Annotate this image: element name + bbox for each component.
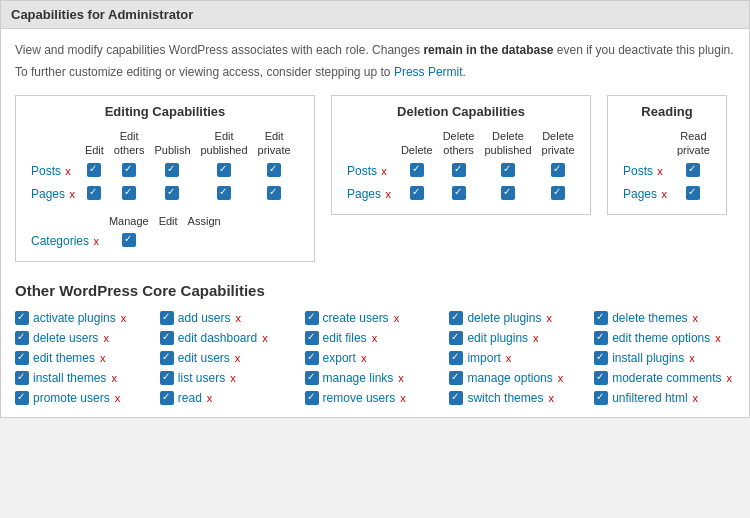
del-pages-link[interactable]: Pages — [347, 187, 381, 201]
checkbox-icon[interactable] — [15, 331, 29, 345]
checkbox-icon[interactable] — [267, 186, 281, 200]
read-pages-link[interactable]: Pages — [623, 187, 657, 201]
del-posts-link[interactable]: Posts — [347, 164, 377, 178]
checkbox-icon[interactable] — [449, 391, 463, 405]
cap-remove[interactable]: x — [121, 312, 127, 324]
checkbox-icon[interactable] — [160, 331, 174, 345]
checkbox-icon[interactable] — [449, 351, 463, 365]
cap-remove[interactable]: x — [236, 312, 242, 324]
pages-link[interactable]: Pages — [31, 187, 65, 201]
checkbox-icon[interactable] — [449, 331, 463, 345]
cap-name[interactable]: add users — [178, 311, 231, 325]
checkbox-icon[interactable] — [160, 311, 174, 325]
checkbox-icon[interactable] — [594, 371, 608, 385]
checkbox-icon[interactable] — [594, 391, 608, 405]
checkbox-icon[interactable] — [165, 186, 179, 200]
cap-name[interactable]: read — [178, 391, 202, 405]
posts-remove[interactable]: x — [65, 165, 71, 177]
cap-remove[interactable]: x — [727, 372, 733, 384]
cap-remove[interactable]: x — [372, 332, 378, 344]
cap-remove[interactable]: x — [207, 392, 213, 404]
checkbox-icon[interactable] — [305, 371, 319, 385]
cap-remove[interactable]: x — [262, 332, 268, 344]
cap-remove[interactable]: x — [400, 392, 406, 404]
cap-name[interactable]: install plugins — [612, 351, 684, 365]
cap-name[interactable]: list users — [178, 371, 225, 385]
cap-name[interactable]: manage links — [323, 371, 394, 385]
checkbox-icon[interactable] — [594, 311, 608, 325]
posts-link[interactable]: Posts — [31, 164, 61, 178]
cap-name[interactable]: switch themes — [467, 391, 543, 405]
checkbox-icon[interactable] — [594, 331, 608, 345]
checkbox-icon[interactable] — [449, 311, 463, 325]
checkbox-icon[interactable] — [217, 186, 231, 200]
cap-remove[interactable]: x — [394, 312, 400, 324]
checkbox-icon[interactable] — [160, 371, 174, 385]
checkbox-icon[interactable] — [87, 163, 101, 177]
checkbox-icon[interactable] — [410, 163, 424, 177]
cap-name[interactable]: edit files — [323, 331, 367, 345]
cap-remove[interactable]: x — [235, 352, 241, 364]
cap-remove[interactable]: x — [115, 392, 121, 404]
cap-name[interactable]: import — [467, 351, 500, 365]
cap-remove[interactable]: x — [548, 392, 554, 404]
cap-name[interactable]: edit dashboard — [178, 331, 257, 345]
checkbox-icon[interactable] — [501, 186, 515, 200]
checkbox-icon[interactable] — [305, 391, 319, 405]
checkbox-icon[interactable] — [122, 163, 136, 177]
checkbox-icon[interactable] — [501, 163, 515, 177]
cap-remove[interactable]: x — [546, 312, 552, 324]
checkbox-icon[interactable] — [594, 351, 608, 365]
checkbox-icon[interactable] — [122, 233, 136, 247]
cap-name[interactable]: edit themes — [33, 351, 95, 365]
cap-remove[interactable]: x — [398, 372, 404, 384]
cap-name[interactable]: edit plugins — [467, 331, 528, 345]
cap-name[interactable]: manage options — [467, 371, 552, 385]
cap-remove[interactable]: x — [693, 392, 699, 404]
cap-name[interactable]: remove users — [323, 391, 396, 405]
cap-remove[interactable]: x — [361, 352, 367, 364]
checkbox-icon[interactable] — [15, 311, 29, 325]
cap-remove[interactable]: x — [689, 352, 695, 364]
cap-name[interactable]: export — [323, 351, 356, 365]
checkbox-icon[interactable] — [87, 186, 101, 200]
checkbox-icon[interactable] — [686, 163, 700, 177]
del-posts-remove[interactable]: x — [381, 165, 387, 177]
cap-name[interactable]: activate plugins — [33, 311, 116, 325]
cap-name[interactable]: install themes — [33, 371, 106, 385]
checkbox-icon[interactable] — [217, 163, 231, 177]
checkbox-icon[interactable] — [15, 391, 29, 405]
read-posts-remove[interactable]: x — [657, 165, 663, 177]
checkbox-icon[interactable] — [267, 163, 281, 177]
checkbox-icon[interactable] — [305, 351, 319, 365]
checkbox-icon[interactable] — [410, 186, 424, 200]
cap-name[interactable]: edit users — [178, 351, 230, 365]
cap-name[interactable]: delete users — [33, 331, 98, 345]
checkbox-icon[interactable] — [452, 186, 466, 200]
checkbox-icon[interactable] — [551, 186, 565, 200]
checkbox-icon[interactable] — [160, 391, 174, 405]
cap-remove[interactable]: x — [693, 312, 699, 324]
read-pages-remove[interactable]: x — [661, 188, 667, 200]
checkbox-icon[interactable] — [15, 371, 29, 385]
cap-remove[interactable]: x — [100, 352, 106, 364]
cap-remove[interactable]: x — [506, 352, 512, 364]
cap-name[interactable]: edit theme options — [612, 331, 710, 345]
categories-remove[interactable]: x — [93, 235, 99, 247]
cap-name[interactable]: create users — [323, 311, 389, 325]
cap-remove[interactable]: x — [230, 372, 236, 384]
checkbox-icon[interactable] — [305, 331, 319, 345]
cap-name[interactable]: delete plugins — [467, 311, 541, 325]
cap-name[interactable]: unfiltered html — [612, 391, 687, 405]
cap-name[interactable]: promote users — [33, 391, 110, 405]
cap-name[interactable]: delete themes — [612, 311, 687, 325]
read-posts-link[interactable]: Posts — [623, 164, 653, 178]
cap-remove[interactable]: x — [111, 372, 117, 384]
checkbox-icon[interactable] — [122, 186, 136, 200]
checkbox-icon[interactable] — [165, 163, 179, 177]
cap-name[interactable]: moderate comments — [612, 371, 721, 385]
checkbox-icon[interactable] — [160, 351, 174, 365]
pages-remove[interactable]: x — [69, 188, 75, 200]
checkbox-icon[interactable] — [452, 163, 466, 177]
checkbox-icon[interactable] — [15, 351, 29, 365]
